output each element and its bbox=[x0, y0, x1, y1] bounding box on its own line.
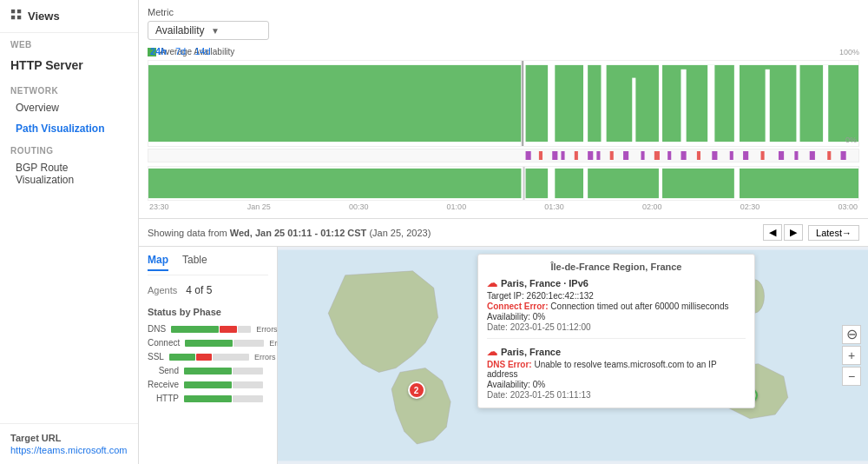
phase-row-ssl: SSL Errors from 1 agent bbox=[148, 352, 268, 361]
sidebar-item-path-viz[interactable]: Path Visualization bbox=[0, 118, 138, 139]
dns-bar-gray bbox=[238, 326, 251, 333]
svg-rect-11 bbox=[632, 78, 635, 146]
tab-table[interactable]: Table bbox=[182, 254, 207, 271]
http-bar-gray bbox=[233, 395, 263, 402]
tooltip-loc-text-2: Paris, France bbox=[501, 347, 561, 357]
tooltip-error-row-1: Connect Error: Connection timed out afte… bbox=[487, 302, 746, 311]
svg-rect-32 bbox=[681, 151, 687, 160]
svg-rect-12 bbox=[659, 61, 662, 146]
svg-rect-30 bbox=[654, 151, 660, 160]
nav-prev-button[interactable]: ◀ bbox=[763, 224, 782, 241]
send-bar-green bbox=[184, 368, 232, 375]
nav-latest-button[interactable]: Latest→ bbox=[808, 225, 859, 241]
views-icon bbox=[10, 9, 23, 23]
agents-count: 4 of 5 bbox=[186, 284, 212, 296]
dns-bar-green bbox=[171, 326, 219, 333]
tab-map[interactable]: Map bbox=[148, 254, 168, 271]
dns-bar-red bbox=[220, 326, 237, 333]
svg-rect-44 bbox=[523, 167, 524, 200]
svg-rect-28 bbox=[623, 151, 628, 160]
svg-rect-8 bbox=[548, 61, 555, 146]
svg-rect-27 bbox=[610, 151, 614, 160]
svg-rect-41 bbox=[827, 151, 831, 160]
time-7d[interactable]: 7d bbox=[173, 45, 188, 57]
receive-bar-gray bbox=[233, 381, 263, 388]
tooltip-ip-label-1: Target IP: bbox=[487, 291, 527, 301]
x-axis-labels: 23:30 Jan 25 00:30 01:00 01:30 02:00 02:… bbox=[148, 202, 859, 211]
svg-rect-21 bbox=[539, 151, 542, 160]
svg-rect-26 bbox=[596, 151, 600, 160]
tooltip-ip-value-1: 2620:1ec:42::132 bbox=[527, 291, 594, 301]
svg-rect-29 bbox=[641, 151, 644, 160]
svg-rect-22 bbox=[552, 151, 557, 160]
tooltip-date-value-1: 2023-01-25 01:12:00 bbox=[510, 322, 591, 332]
svg-rect-13 bbox=[681, 70, 687, 146]
y-label-100: 100% bbox=[839, 48, 859, 56]
sidebar-item-bgp[interactable]: BGP Route Visualization bbox=[0, 157, 138, 190]
nav-next-button[interactable]: ▶ bbox=[784, 224, 803, 241]
zoom-minus-button[interactable]: − bbox=[842, 367, 861, 386]
ssl-bar-container bbox=[169, 354, 249, 361]
sidebar: Views WEB HTTP Server NETWORK Overview P… bbox=[0, 0, 139, 464]
svg-rect-46 bbox=[548, 167, 555, 200]
metric-dropdown[interactable]: Availability ▼ bbox=[148, 21, 269, 40]
x-label-4: 01:30 bbox=[544, 202, 564, 211]
tooltip-error-type-1: Connect Error: bbox=[487, 302, 549, 311]
marker-north-america[interactable]: 2 bbox=[408, 381, 425, 399]
tooltip-date-row-1: Date: 2023-01-25 01:12:00 bbox=[487, 322, 746, 332]
svg-rect-2 bbox=[11, 16, 15, 19]
ssl-bar-gray bbox=[213, 354, 249, 361]
svg-rect-23 bbox=[561, 151, 564, 160]
zoom-out-button[interactable]: ⊖ bbox=[842, 325, 861, 344]
svg-rect-18 bbox=[823, 65, 828, 146]
svg-rect-40 bbox=[810, 151, 815, 160]
time-24h[interactable]: 24h bbox=[148, 45, 169, 57]
http-bar-container bbox=[184, 395, 263, 402]
svg-rect-45 bbox=[526, 169, 858, 198]
http-bar-green bbox=[184, 395, 232, 402]
phase-name-http: HTTP bbox=[148, 394, 179, 403]
x-label-2: 00:30 bbox=[349, 202, 369, 211]
target-url-label: Target URL bbox=[10, 433, 128, 443]
network-section-label: NETWORK bbox=[0, 79, 138, 97]
svg-rect-7 bbox=[526, 65, 858, 142]
status-extra: (Jan 25, 2023) bbox=[369, 228, 431, 238]
server-name: HTTP Server bbox=[0, 51, 138, 79]
send-bar-gray bbox=[233, 368, 263, 375]
time-controls: 24h 7d 14d bbox=[148, 45, 214, 57]
svg-rect-9 bbox=[583, 61, 588, 146]
target-url-value[interactable]: https://teams.microsoft.com bbox=[10, 445, 128, 455]
chart-area: Metric Availability ▼ Average Availabili… bbox=[139, 0, 868, 219]
svg-rect-33 bbox=[697, 151, 700, 160]
svg-rect-16 bbox=[766, 70, 770, 146]
svg-rect-17 bbox=[796, 61, 799, 146]
x-label-6: 02:30 bbox=[740, 202, 760, 211]
phase-name-dns: DNS bbox=[148, 324, 166, 334]
tooltip-location-2: ☁ Paris, France bbox=[487, 346, 746, 358]
zoom-in-button[interactable]: + bbox=[842, 346, 861, 365]
dropdown-arrow-icon: ▼ bbox=[211, 26, 261, 36]
svg-rect-38 bbox=[779, 151, 784, 160]
tooltip-error-type-2: DNS Error: bbox=[487, 360, 532, 369]
x-label-0: 23:30 bbox=[149, 202, 169, 211]
map-container: 2 2 Île-de-France Region, France ☁ Paris… bbox=[278, 247, 868, 464]
svg-rect-25 bbox=[588, 151, 593, 160]
tooltip-entry-1: ☁ Paris, France · IPv6 Target IP: 2620:1… bbox=[487, 277, 746, 339]
tooltip-avail-row-2: Availability: 0% bbox=[487, 380, 746, 389]
web-section-label: WEB bbox=[0, 33, 138, 51]
x-label-1: Jan 25 bbox=[247, 202, 271, 211]
map-zoom-controls: ⊖ + − bbox=[842, 325, 861, 386]
tooltip-date-value-2: 2023-01-25 01:11:13 bbox=[510, 390, 591, 400]
svg-rect-37 bbox=[761, 151, 765, 160]
metric-select-row: Availability ▼ bbox=[148, 21, 859, 40]
svg-rect-20 bbox=[526, 151, 531, 160]
agents-value bbox=[181, 284, 183, 296]
agents-row: Agents 4 of 5 bbox=[148, 284, 268, 296]
sidebar-item-overview[interactable]: Overview bbox=[0, 97, 138, 118]
tooltip-loc-text-1: Paris, France · IPv6 bbox=[501, 278, 589, 288]
tooltip-date-row-2: Date: 2023-01-25 01:11:13 bbox=[487, 390, 746, 400]
svg-rect-3 bbox=[17, 16, 21, 19]
time-14d[interactable]: 14d bbox=[192, 45, 213, 57]
tooltip-error-row-2: DNS Error: Unable to resolve teams.micro… bbox=[487, 360, 746, 379]
svg-rect-48 bbox=[659, 167, 662, 200]
